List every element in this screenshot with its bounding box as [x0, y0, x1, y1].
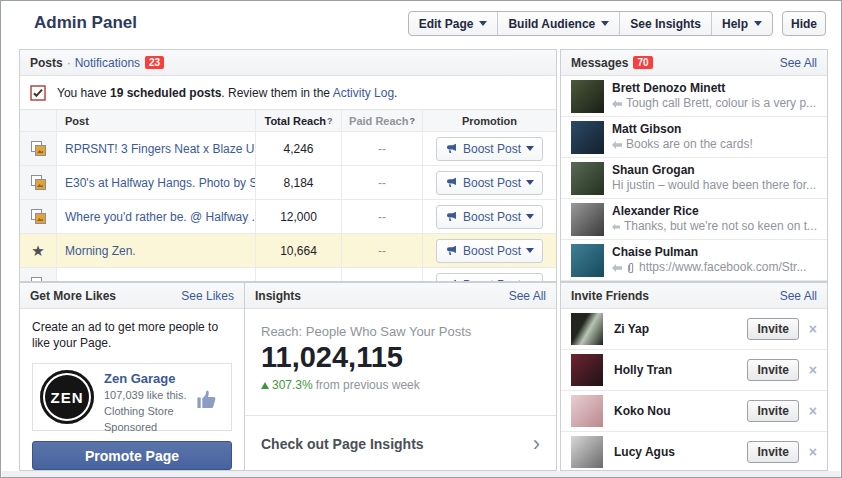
invite-list-item: Lucy Agus Invite ×	[561, 432, 827, 471]
avatar	[571, 354, 603, 386]
chevron-down-icon	[526, 214, 534, 219]
close-icon[interactable]: ×	[809, 444, 817, 460]
chevron-down-icon	[526, 146, 534, 151]
megaphone-icon	[445, 244, 458, 257]
megaphone-icon	[445, 142, 458, 155]
reply-arrow-icon	[612, 264, 622, 272]
invite-list-item: Zi Yap Invite ×	[561, 309, 827, 350]
hide-button[interactable]: Hide	[782, 11, 826, 36]
help-button[interactable]: Help	[712, 12, 772, 35]
boost-post-button[interactable]: Boost Post	[436, 273, 543, 283]
invite-see-all-link[interactable]: See All	[780, 289, 817, 303]
message-text: Chaise Pulman https://www.facebook.com/S…	[612, 245, 806, 275]
chevron-down-icon	[479, 21, 487, 26]
message-list-item[interactable]: Matt Gibson Books are on the cards!	[561, 117, 827, 158]
megaphone-icon	[445, 176, 458, 189]
chevron-down-icon	[526, 180, 534, 185]
message-sender-name: Alexander Rice	[612, 204, 817, 219]
photo-post-icon	[20, 200, 57, 233]
reach-value: 11,024,115	[261, 341, 540, 374]
reply-arrow-icon	[612, 100, 622, 108]
post-title-link[interactable]: RPRSNT! 3 Fingers Neat x Blaze Uni...	[65, 142, 256, 156]
invite-button[interactable]: Invite	[747, 318, 798, 340]
message-text: Matt Gibson Books are on the cards!	[612, 122, 753, 152]
boost-post-button[interactable]: Boost Post	[436, 239, 543, 263]
table-row-partial: Boost Post	[20, 268, 556, 282]
edit-page-label: Edit Page	[419, 17, 474, 31]
total-reach-value	[256, 268, 342, 282]
total-reach-value: 10,664	[256, 234, 342, 267]
build-audience-label: Build Audience	[508, 17, 595, 31]
total-reach-column-header: Total Reach?	[256, 110, 342, 131]
avatar	[571, 203, 604, 236]
post-title-link[interactable]: Morning Zen.	[65, 244, 136, 258]
invite-friends-header: Invite Friends See All	[561, 283, 827, 309]
bottom-strip	[2, 471, 840, 478]
avatar	[571, 80, 604, 113]
invite-list-item: Holly Tran Invite ×	[561, 350, 827, 391]
change-percent: 307.3%	[272, 378, 313, 392]
avatar	[571, 436, 603, 468]
photo-post-icon	[20, 132, 57, 165]
edit-page-button[interactable]: Edit Page	[409, 12, 499, 35]
page-insights-link-row[interactable]: Check out Page Insights ›	[245, 416, 556, 471]
zen-garage-logo: ZEN	[40, 370, 94, 424]
boost-post-button[interactable]: Boost Post	[436, 171, 543, 195]
message-text: Brett Denozo Minett Tough call Brett, co…	[612, 81, 816, 111]
avatar	[571, 244, 604, 277]
chevron-right-icon: ›	[533, 433, 540, 455]
help-icon[interactable]: ?	[409, 116, 415, 126]
page-insights-link[interactable]: Check out Page Insights	[261, 436, 424, 452]
close-icon[interactable]: ×	[809, 321, 817, 337]
messages-title: Messages	[571, 56, 628, 70]
post-title-link[interactable]: Where you'd rather be. @ Halfway ...	[65, 210, 256, 224]
message-list-item[interactable]: Alexander Rice Thanks, but we're not so …	[561, 199, 827, 240]
close-icon[interactable]: ×	[809, 362, 817, 378]
invite-button[interactable]: Invite	[747, 441, 798, 463]
ad-info: Zen Garage 107,039 like this. Clothing S…	[104, 370, 187, 424]
message-list-item[interactable]: Shaun Grogan Hi justin – would have been…	[561, 158, 827, 199]
post-title-link[interactable]: E30's at Halfway Hangs. Photo by S...	[65, 176, 256, 190]
ad-page-name-link[interactable]: Zen Garage	[104, 371, 187, 386]
megaphone-icon	[445, 210, 458, 223]
help-icon[interactable]: ?	[327, 116, 333, 126]
avatar	[571, 395, 603, 427]
message-list-item[interactable]: Chaise Pulman https://www.facebook.com/S…	[561, 240, 827, 281]
close-icon[interactable]: ×	[809, 403, 817, 419]
friend-name: Holly Tran	[614, 363, 747, 377]
message-snippet: Books are on the cards!	[612, 137, 753, 152]
messages-see-all-link[interactable]: See All	[780, 56, 817, 70]
message-list-item[interactable]: Brett Denozo Minett Tough call Brett, co…	[561, 76, 827, 117]
thumbs-up-icon	[195, 386, 221, 416]
see-insights-button[interactable]: See Insights	[620, 12, 712, 35]
invite-list-item: Koko Nou Invite ×	[561, 391, 827, 432]
header-button-group: Edit Page Build Audience See Insights He…	[408, 11, 773, 36]
invite-friends-title: Invite Friends	[571, 289, 649, 303]
boost-post-button[interactable]: Boost Post	[436, 137, 543, 161]
boost-post-button[interactable]: Boost Post	[436, 205, 543, 229]
chevron-down-icon	[526, 248, 534, 253]
notifications-badge[interactable]: 23	[145, 56, 164, 69]
notifications-link[interactable]: Notifications	[75, 56, 140, 70]
invite-button[interactable]: Invite	[747, 359, 798, 381]
insights-header: Insights See All	[245, 283, 556, 309]
promote-page-button[interactable]: Promote Page	[32, 441, 232, 470]
get-more-likes-body: Create an ad to get more people to like …	[20, 309, 244, 471]
chevron-down-icon	[601, 21, 609, 26]
reply-arrow-icon	[612, 223, 620, 231]
message-text: Alexander Rice Thanks, but we're not so …	[612, 204, 817, 234]
reply-arrow-icon	[612, 141, 622, 149]
build-audience-button[interactable]: Build Audience	[498, 12, 620, 35]
message-sender-name: Shaun Grogan	[612, 163, 816, 178]
see-likes-link[interactable]: See Likes	[181, 289, 234, 303]
notice-text: You have 19 scheduled posts. Review them…	[57, 86, 397, 100]
table-row: E30's at Halfway Hangs. Photo by S... 8,…	[20, 166, 556, 200]
posts-title: Posts	[30, 56, 63, 70]
ad-sponsored-label: Sponsored	[104, 420, 187, 434]
total-reach-value: 4,246	[256, 132, 342, 165]
invite-button[interactable]: Invite	[747, 400, 798, 422]
chevron-down-icon	[754, 21, 762, 26]
activity-log-link[interactable]: Activity Log	[333, 86, 394, 100]
insights-see-all-link[interactable]: See All	[509, 289, 546, 303]
messages-badge[interactable]: 70	[633, 56, 652, 69]
